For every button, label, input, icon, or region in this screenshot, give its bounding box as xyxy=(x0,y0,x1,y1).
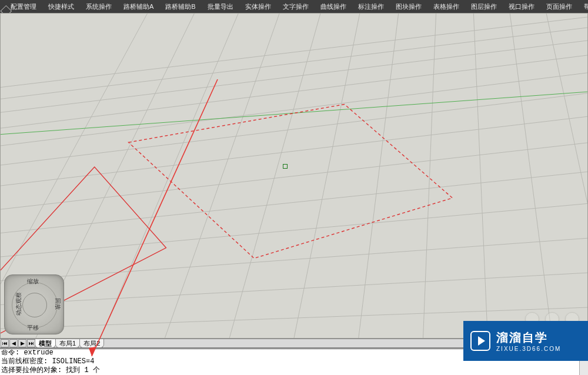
menu-item-solid[interactable]: 实体操作 xyxy=(239,0,277,13)
svg-line-4 xyxy=(1,169,587,236)
menu-item-bridge-b[interactable]: 路桥辅助B xyxy=(159,0,201,13)
svg-line-17 xyxy=(229,14,320,338)
watermark-title: 溜溜自学 xyxy=(496,330,561,346)
svg-line-16 xyxy=(165,14,279,338)
svg-line-1 xyxy=(1,271,587,306)
svg-line-9 xyxy=(1,52,587,132)
svg-line-6 xyxy=(1,113,587,189)
menu-item-table[interactable]: 表格操作 xyxy=(427,0,465,13)
svg-line-12 xyxy=(1,14,587,91)
nav-wheel-zoom[interactable]: 缩放 xyxy=(27,277,39,286)
menu-item-block[interactable]: 图块操作 xyxy=(390,0,427,13)
watermark-badge: 溜溜自学 ZIXUE.3D66.COM xyxy=(463,321,588,361)
nav-wheel-pan[interactable]: 平移 xyxy=(27,324,39,332)
svg-line-20 xyxy=(423,14,436,338)
menu-item-help[interactable]: 帮助系统 xyxy=(578,0,588,13)
menu-item-curve[interactable]: 曲线操作 xyxy=(315,0,352,13)
svg-marker-25 xyxy=(129,104,453,258)
svg-line-2 xyxy=(1,236,587,283)
menu-item-dim[interactable]: 标注操作 xyxy=(352,0,390,13)
menu-item-batchexp[interactable]: 批量导出 xyxy=(202,0,239,13)
svg-line-5 xyxy=(1,139,587,213)
menu-item-viewport[interactable]: 视口操作 xyxy=(503,0,540,13)
navigation-wheel[interactable]: 缩放 平移 动态观察 回放 xyxy=(4,274,64,334)
nav-wheel-rewind[interactable]: 回放 xyxy=(54,298,62,310)
grid-canvas xyxy=(1,14,587,338)
tab-scroll-prev[interactable]: ◀ xyxy=(9,339,18,347)
play-icon xyxy=(470,331,490,351)
watermark-subtitle: ZIXUE.3D66.COM xyxy=(496,346,561,352)
pickbox-cursor-icon xyxy=(283,164,288,169)
nav-wheel-orbit[interactable]: 动态观察 xyxy=(15,292,23,316)
tab-layout1[interactable]: 布局1 xyxy=(55,339,80,348)
svg-line-23 xyxy=(546,14,587,338)
menu-item-page[interactable]: 页面操作 xyxy=(540,0,578,13)
menu-bar: 配置管理 快捷样式 系统操作 路桥辅助A 路桥辅助B 批量导出 实体操作 文字操… xyxy=(0,0,588,13)
tab-scroll-last[interactable]: ⏭ xyxy=(27,339,35,347)
log-line: 选择要拉伸的对象: 找到 1 个 xyxy=(1,366,587,375)
svg-line-21 xyxy=(473,14,487,338)
menu-item-bridge-a[interactable]: 路桥辅助A xyxy=(118,0,159,13)
menu-item-text[interactable]: 文字操作 xyxy=(277,0,315,13)
menu-item-quickstyle[interactable]: 快捷样式 xyxy=(42,0,80,13)
svg-line-8 xyxy=(1,69,587,150)
drawing-viewport[interactable]: 缩放 平移 动态观察 回放 xyxy=(0,13,588,339)
nav-wheel-hub[interactable] xyxy=(22,293,47,317)
tab-scroll-next[interactable]: ▶ xyxy=(18,339,26,347)
tab-model[interactable]: 模型 xyxy=(35,339,56,348)
tab-scroll-first[interactable]: ⏮ xyxy=(1,339,9,347)
menu-item-system[interactable]: 系统操作 xyxy=(80,0,118,13)
svg-line-11 xyxy=(1,24,587,103)
menu-item-layer[interactable]: 图层操作 xyxy=(465,0,503,13)
svg-line-19 xyxy=(359,14,399,338)
tab-layout2[interactable]: 布局2 xyxy=(79,339,104,348)
